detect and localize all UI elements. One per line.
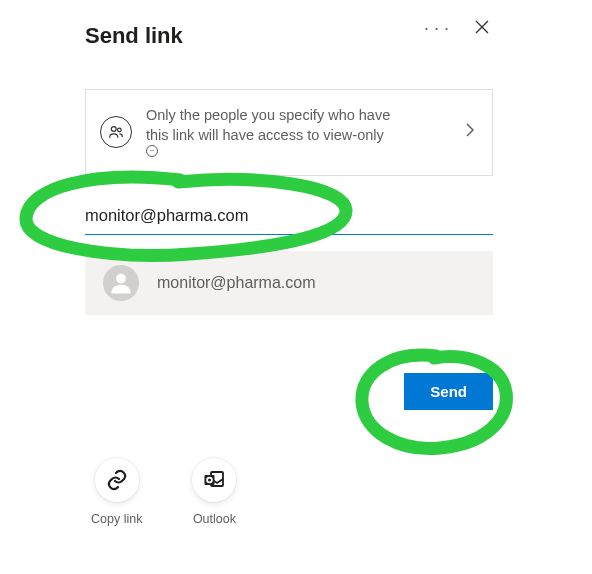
- send-button[interactable]: Send: [404, 373, 493, 410]
- input-underline: [85, 234, 493, 235]
- permission-settings-button[interactable]: Only the people you specify who have thi…: [85, 89, 493, 176]
- person-icon: [107, 269, 135, 297]
- copy-link-label: Copy link: [91, 512, 142, 526]
- restricted-icon: −: [146, 145, 158, 157]
- outlook-icon: [192, 458, 236, 502]
- outlook-label: Outlook: [193, 512, 236, 526]
- copy-link-button[interactable]: Copy link: [91, 458, 142, 526]
- permission-description: Only the people you specify who have thi…: [146, 106, 466, 157]
- more-options-button[interactable]: · · ·: [420, 15, 453, 41]
- svg-point-2: [116, 274, 126, 284]
- svg-point-1: [118, 128, 122, 132]
- svg-point-0: [111, 126, 116, 131]
- send-link-dialog: · · · Send link Only the people you spec…: [85, 15, 493, 526]
- permission-text-line2: this link will have access to view-only: [146, 126, 384, 146]
- outlook-button[interactable]: Outlook: [192, 458, 236, 526]
- chevron-right-icon: [466, 123, 474, 140]
- close-icon: [475, 20, 489, 34]
- people-icon: [100, 116, 132, 148]
- permission-text-line1: Only the people you specify who have: [146, 106, 466, 126]
- suggestion-email: monitor@pharma.com: [157, 274, 316, 292]
- avatar: [103, 265, 139, 301]
- close-button[interactable]: [471, 15, 493, 41]
- dialog-top-controls: · · ·: [420, 15, 493, 41]
- copy-link-icon: [95, 458, 139, 502]
- more-icon: · · ·: [424, 18, 449, 38]
- svg-rect-4: [205, 475, 215, 485]
- send-row: Send: [85, 373, 493, 410]
- recipient-field-wrap: [85, 206, 493, 235]
- share-actions: Copy link Outlook: [85, 458, 493, 526]
- recipient-input[interactable]: [85, 206, 493, 225]
- suggestion-item[interactable]: monitor@pharma.com: [85, 251, 493, 315]
